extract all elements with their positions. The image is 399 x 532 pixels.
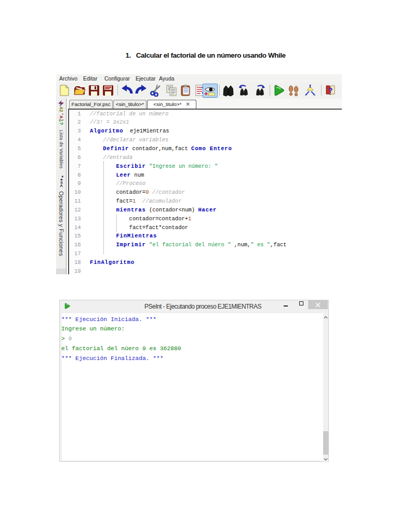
svg-text:?: ?: [328, 86, 333, 95]
